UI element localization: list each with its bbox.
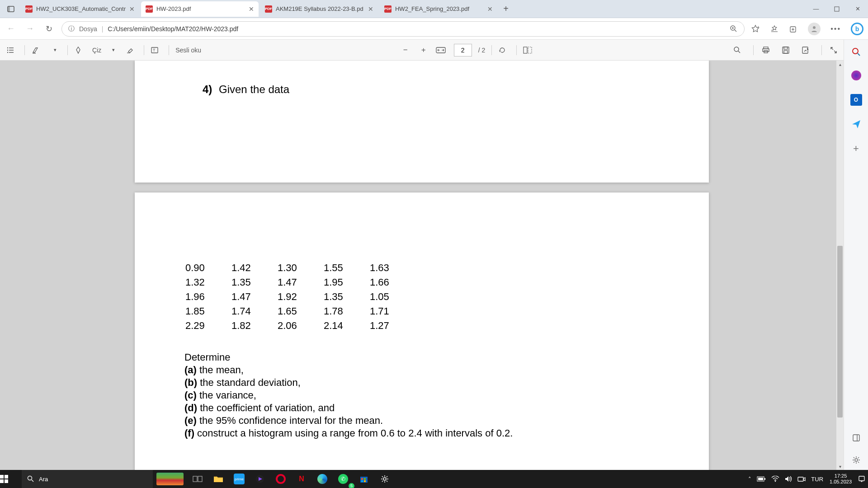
taskview-button[interactable] — [187, 470, 208, 488]
table-cell: 1.35 — [324, 290, 369, 304]
save-icon[interactable] — [782, 46, 793, 54]
close-icon[interactable]: ✕ — [487, 5, 493, 13]
save-as-icon[interactable] — [802, 46, 813, 54]
svg-rect-25 — [524, 47, 527, 53]
svg-rect-2 — [835, 7, 839, 11]
read-aloud-button[interactable]: Sesli oku — [175, 47, 201, 54]
sidebar-send-icon[interactable] — [851, 119, 861, 129]
scroll-down-button[interactable]: ▾ — [836, 463, 844, 470]
tray-expand-icon[interactable]: ˄ — [745, 476, 754, 483]
file-explorer-button[interactable] — [208, 470, 229, 488]
taskbar-weather[interactable] — [153, 470, 187, 488]
item-text: the standard deviation, — [200, 377, 301, 388]
sidebar-settings-icon[interactable] — [852, 455, 861, 465]
zoom-out-button[interactable]: − — [400, 46, 411, 55]
rotate-icon[interactable] — [498, 46, 510, 54]
contents-icon[interactable] — [6, 46, 18, 54]
new-tab-button[interactable]: + — [499, 4, 513, 14]
list-item: (a) the mean, — [184, 364, 641, 376]
address-bar[interactable]: ⓘ Dosya | C:/Users/emiin/Desktop/MAT202/… — [61, 21, 745, 37]
fit-width-icon[interactable] — [436, 47, 448, 53]
print-icon[interactable] — [762, 46, 774, 54]
item-text: construct a histogram using a range from… — [197, 427, 513, 439]
close-button[interactable]: ✕ — [847, 0, 868, 18]
whatsapp-button[interactable]: ✆ — [333, 470, 354, 488]
chevron-down-icon[interactable]: ▾ — [49, 47, 61, 53]
edge-button[interactable] — [312, 470, 333, 488]
opera-button[interactable] — [270, 470, 291, 488]
table-cell: 1.78 — [324, 305, 369, 318]
table-cell: 1.27 — [370, 319, 415, 333]
svg-rect-39 — [853, 435, 859, 441]
favorite-icon[interactable]: + — [751, 24, 760, 33]
taskbar-apps: prime N ✆ — [187, 470, 395, 488]
more-icon[interactable]: ••• — [830, 25, 841, 33]
back-button[interactable]: ← — [5, 24, 17, 33]
separator — [821, 45, 822, 55]
scroll-up-button[interactable]: ▴ — [836, 61, 844, 68]
separator — [169, 45, 169, 55]
tab-3[interactable]: PDF AKM219E Syllabus 2022-23-B.pd ✕ — [260, 1, 378, 17]
info-icon: ⓘ — [68, 25, 75, 33]
media-app-button[interactable] — [250, 470, 270, 488]
svg-rect-54 — [361, 480, 363, 482]
table-row: 1.321.351.471.951.66 — [185, 276, 415, 289]
close-icon[interactable]: ✕ — [129, 5, 135, 13]
bing-chat-button[interactable]: b — [851, 23, 863, 35]
page-view-icon[interactable] — [523, 47, 535, 54]
svg-rect-32 — [783, 47, 789, 53]
sidebar-copilot-icon[interactable] — [851, 70, 861, 80]
sidebar-collapse-icon[interactable] — [852, 434, 860, 442]
text-icon[interactable]: T — [151, 46, 162, 54]
zoom-in-button[interactable]: + — [418, 46, 429, 55]
notifications-icon[interactable] — [855, 475, 868, 483]
erase-icon[interactable] — [126, 46, 137, 54]
maximize-button[interactable] — [826, 0, 847, 18]
close-icon[interactable]: ✕ — [368, 5, 373, 13]
list-item: (b) the standard deviation, — [184, 377, 641, 389]
svg-point-41 — [855, 459, 858, 461]
wifi-icon[interactable] — [769, 476, 782, 482]
battery-icon[interactable] — [754, 476, 769, 482]
chevron-down-icon[interactable]: ▾ — [108, 47, 119, 53]
minimize-button[interactable]: — — [806, 0, 826, 18]
favorites-list-icon[interactable] — [770, 24, 779, 33]
sidebar-search-icon[interactable] — [851, 47, 861, 57]
profile-icon[interactable] — [808, 23, 821, 35]
collections-icon[interactable] — [789, 24, 798, 33]
find-icon[interactable] — [733, 46, 745, 54]
fullscreen-icon[interactable] — [830, 47, 842, 54]
pdf-viewport[interactable]: 4) Given the data 0.901.421.301.551.631.… — [0, 61, 844, 470]
tab-1[interactable]: PDF HW2_UCK303E_Automatic_Contr ✕ — [21, 1, 139, 17]
highlight-icon[interactable] — [31, 46, 43, 54]
forward-button[interactable]: → — [24, 24, 36, 33]
tab-4[interactable]: PDF HW2_FEA_Spring_2023.pdf ✕ — [380, 1, 497, 17]
svg-rect-35 — [802, 47, 808, 53]
refresh-button[interactable]: ↻ — [42, 24, 55, 34]
camera-icon[interactable] — [795, 476, 808, 482]
tab-2[interactable]: PDF HW-2023.pdf ✕ — [141, 1, 259, 17]
netflix-button[interactable]: N — [291, 470, 312, 488]
prime-video-button[interactable]: prime — [229, 470, 250, 488]
settings-button[interactable] — [374, 470, 395, 488]
tray-language[interactable]: TUR — [808, 476, 826, 483]
scrollbar[interactable]: ▴ ▾ — [836, 61, 844, 470]
draw-pen-icon[interactable] — [74, 46, 86, 54]
page-number-input[interactable] — [454, 44, 472, 56]
table-row: 0.901.421.301.551.63 — [185, 261, 415, 275]
tab-overview-button[interactable] — [3, 3, 19, 15]
svg-rect-44 — [0, 479, 4, 483]
sidebar-plus-icon[interactable]: + — [853, 143, 859, 155]
close-icon[interactable]: ✕ — [249, 5, 254, 13]
draw-label[interactable]: Çiz — [92, 47, 101, 54]
volume-icon[interactable] — [782, 476, 795, 482]
tray-clock[interactable]: 17:25 1.05.2023 — [826, 473, 855, 485]
zoom-icon[interactable] — [730, 25, 738, 33]
svg-line-28 — [738, 51, 740, 53]
scroll-thumb[interactable] — [837, 246, 843, 418]
taskbar-search[interactable]: Ara — [22, 470, 153, 488]
store-button[interactable] — [354, 470, 374, 488]
start-button[interactable] — [0, 475, 22, 483]
sidebar-outlook-icon[interactable]: O — [850, 94, 862, 106]
window-controls: — ✕ — [806, 0, 868, 18]
